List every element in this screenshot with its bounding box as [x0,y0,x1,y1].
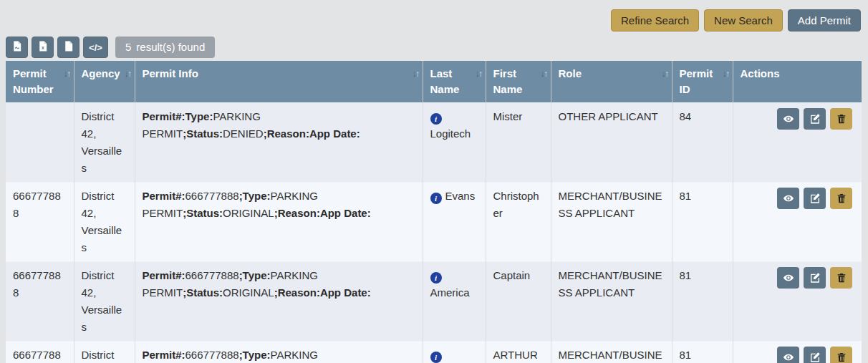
column-label: Permit Info [143,67,198,79]
actions-cell [733,183,862,262]
role-cell: MERCHANT/BUSINESS APPLICANT [551,183,672,262]
sort-arrows-icon[interactable]: ↓↑ [125,66,131,82]
agency-cell: District 42, Versailles [74,103,135,183]
view-button[interactable] [777,188,799,209]
info-circle-icon[interactable]: i [430,193,442,204]
last-name-text: America [430,286,470,299]
column-label: Last Name [430,67,460,95]
delete-button[interactable] [830,347,852,363]
agency-cell: District 42, Versailles [74,342,135,363]
table-row: 666777888District 42, VersaillesPermit#:… [6,342,862,363]
edit-icon [809,113,821,125]
column-header-permit-number[interactable]: Permit Number↓↑ [6,61,74,103]
refine-search-button-top[interactable]: Refine Search [611,9,699,32]
permit-number-cell: 666777888 [6,262,74,342]
table-row: 666777888District 42, VersaillesPermit#:… [6,262,862,342]
last-name-text: Logitech [430,127,471,140]
actions-cell [733,262,862,342]
eye-icon [783,352,794,363]
permit-number-cell: 666777888 [6,342,74,363]
results-count-badge: 5result(s) found [115,37,215,58]
permit-id-cell: 81 [672,262,733,342]
agency-cell: District 42, Versailles [74,183,135,262]
new-search-button-top[interactable]: New Search [704,9,783,32]
first-name-cell: Captain [486,262,551,342]
column-header-first-name[interactable]: First Name↓↑ [486,61,551,103]
sort-arrows-icon[interactable]: ↓↑ [723,66,729,82]
permit-id-cell: 84 [672,103,733,183]
code-icon: </> [89,42,102,53]
last-name-text: Evans [445,190,476,202]
permit-number-cell [6,103,74,183]
sort-arrows-icon[interactable]: ↓↑ [413,66,419,82]
permit-info-cell: Permit#:666777888;Type:PARKING PERMIT;St… [135,342,423,363]
eye-icon [783,193,794,204]
permit-id-cell: 81 [672,183,733,262]
file-icon [62,40,74,54]
export-code-button[interactable]: </> [83,37,108,58]
last-name-cell: iDOWNS [423,342,486,363]
column-label: Role [559,67,582,79]
top-action-bar: Refine Search New Search Add Permit [0,0,868,35]
column-label: Permit ID [680,67,713,95]
table-row: District 42, VersaillesPermit#:Type:PARK… [6,103,862,183]
sort-arrows-icon[interactable]: ↓↑ [64,66,70,82]
role-cell: OTHER APPLICANT [551,103,672,183]
svg-text:x: x [42,45,44,50]
sort-arrows-icon[interactable]: ↓↑ [541,66,547,82]
delete-button[interactable] [830,267,852,289]
permit-info-cell: Permit#:666777888;Type:PARKING PERMIT;St… [135,183,423,262]
add-permit-button[interactable]: Add Permit [788,9,861,32]
export-pdf-button[interactable] [6,37,28,58]
export-toolbar: x </> 5result(s) found [0,35,868,61]
edit-icon [809,272,821,284]
export-file-button[interactable] [57,37,79,58]
view-button[interactable] [777,347,799,363]
eye-icon [783,113,794,125]
actions-cell [733,342,862,363]
edit-button[interactable] [804,108,826,130]
first-name-cell: Christopher [486,183,551,262]
edit-button[interactable] [804,347,826,363]
column-label: Agency [82,67,120,79]
column-header-permit-id[interactable]: Permit ID↓↑ [672,61,733,103]
sort-arrows-icon[interactable]: ↓↑ [662,66,668,82]
permit-number-cell: 666777888 [6,183,74,262]
results-label: result(s) found [136,41,205,53]
role-cell: MERCHANT/BUSINESS APPLICANT [551,262,672,342]
trash-icon [836,193,847,204]
edit-button[interactable] [804,267,826,289]
trash-icon [836,352,847,363]
column-header-agency[interactable]: Agency↓↑ [74,61,135,103]
role-cell: MERCHANT/BUSINESS APPLICANT [551,342,672,363]
permit-info-cell: Permit#:Type:PARKING PERMIT;Status:DENIE… [135,103,423,183]
pdf-file-icon [11,40,23,54]
table-row: 666777888District 42, VersaillesPermit#:… [6,183,862,262]
info-circle-icon[interactable]: i [430,272,442,284]
sort-arrows-icon[interactable]: ↓↑ [476,66,482,82]
edit-button[interactable] [804,188,826,209]
trash-icon [836,113,847,125]
edit-icon [809,352,821,363]
first-name-cell: ARTHUR [486,342,551,363]
first-name-cell: Mister [486,103,551,183]
delete-button[interactable] [830,188,852,209]
last-name-cell: iEvans [423,183,486,262]
column-header-role[interactable]: Role↓↑ [551,61,672,103]
trash-icon [836,272,847,284]
results-count: 5 [125,41,131,53]
column-header-last-name[interactable]: Last Name↓↑ [423,61,486,103]
column-label: Actions [741,67,780,79]
column-header-permit-info[interactable]: Permit Info↓↑ [135,61,423,103]
column-label: First Name [493,67,523,95]
view-button[interactable] [777,108,799,130]
last-name-cell: iLogitech [423,103,486,183]
eye-icon [783,272,794,284]
info-circle-icon[interactable]: i [430,113,442,125]
last-name-cell: iAmerica [423,262,486,342]
export-excel-button[interactable]: x [32,37,54,58]
info-circle-icon[interactable]: i [430,352,442,363]
permit-results-table: Permit Number↓↑Agency↓↑Permit Info↓↑Last… [6,61,862,363]
delete-button[interactable] [830,108,852,130]
view-button[interactable] [777,267,799,289]
